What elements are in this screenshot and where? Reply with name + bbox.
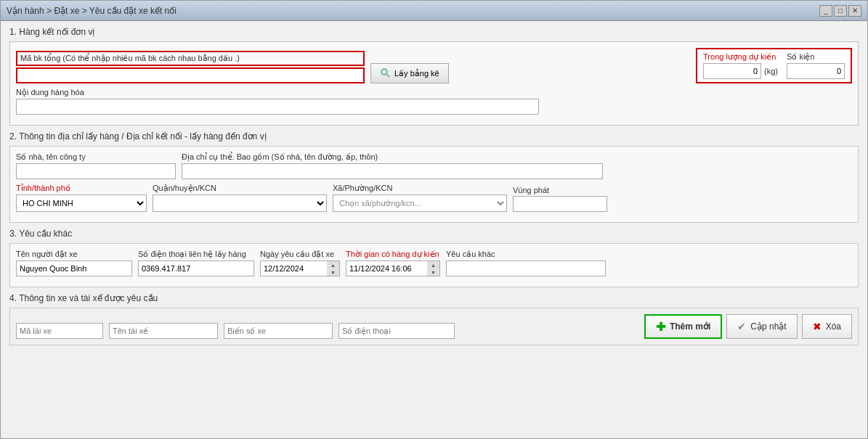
svg-line-1 (387, 75, 390, 78)
section2-title: 2. Thông tin địa chỉ lấy hàng / Địa chỉ … (9, 131, 859, 141)
ten-input[interactable] (16, 260, 132, 276)
sonha-diachi-row: Số nhà, tên công ty Địa chỉ cụ thể. Bao … (16, 152, 852, 179)
section-dia-chi: 2. Thông tin địa chỉ lấy hàng / Địa chỉ … (9, 131, 859, 223)
yeucaukhac-label: Yêu cầu khác (446, 250, 606, 259)
thoigian-input[interactable] (346, 260, 440, 276)
sdttaixe-input[interactable] (338, 323, 455, 339)
them-moi-button[interactable]: ✚ Thêm mới (644, 314, 722, 339)
window-controls: _ □ ✕ (819, 5, 861, 17)
mabk-row: Mã bk tổng (Có thể nhập nhiều mã bk cách… (16, 48, 852, 83)
sdt-label: Số điện thoại liên hệ lấy hàng (138, 250, 254, 259)
content-area: 1. Hàng kết nối đơn vị Mã bk tổng (Có th… (1, 21, 867, 438)
cap-nhat-label: Cập nhật (750, 321, 786, 332)
trong-luong-input[interactable] (703, 63, 761, 79)
so-kien-input[interactable] (787, 63, 845, 79)
sdt-input[interactable] (138, 260, 254, 276)
section1-box: Mã bk tổng (Có thể nhập nhiều mã bk cách… (9, 41, 859, 126)
xoa-button[interactable]: ✖ Xóa (802, 314, 852, 339)
sonha-input[interactable] (16, 163, 176, 179)
plus-icon: ✚ (656, 320, 665, 334)
section1-title: 1. Hàng kết nối đơn vị (9, 27, 859, 37)
sonha-group: Số nhà, tên công ty (16, 152, 176, 179)
ngay-label: Ngày yêu cầu đặt xe (260, 250, 340, 259)
mabk-group: Mã bk tổng (Có thể nhập nhiều mã bk cách… (16, 51, 365, 83)
quan-group: Quận/huyện/KCN (153, 184, 327, 212)
quan-select[interactable] (153, 194, 327, 212)
svg-point-0 (381, 69, 387, 75)
sdt-group: Số điện thoại liên hệ lấy hàng (138, 250, 254, 276)
thoigian-up-arrow[interactable]: ▲ (427, 261, 439, 268)
vung-group: Vùng phát (513, 186, 607, 212)
sonha-label: Số nhà, tên công ty (16, 152, 176, 162)
vung-label: Vùng phát (513, 186, 607, 194)
ten-label: Tên người đặt xe (16, 250, 132, 259)
thoigian-group: Thời gian có hàng dự kiến ▲ ▼ (346, 250, 440, 276)
noidung-row: Nội dung hàng hóa (16, 88, 852, 115)
xa-group: Xã/Phường/KCN Chọn xã/phường/kcn... (333, 184, 507, 212)
xa-label: Xã/Phường/KCN (333, 184, 507, 193)
section-hang-ket-noi: 1. Hàng kết nối đơn vị Mã bk tổng (Có th… (9, 27, 859, 126)
noidung-group: Nội dung hàng hóa (16, 88, 539, 115)
biensoxe-input[interactable] (224, 323, 333, 339)
malaixe-group (16, 323, 103, 339)
minimize-button[interactable]: _ (819, 5, 832, 17)
section-xe-tai-xe: 4. Thông tin xe và tài xế được yêu cầu (9, 293, 859, 345)
tinh-label: Tỉnh/thành phố (16, 184, 147, 193)
tentaixe-group (109, 323, 218, 339)
so-kien-label: Số kiện (787, 52, 845, 62)
lay-bang-ke-button[interactable]: Lấy bảng kê (370, 63, 449, 83)
noidung-label: Nội dung hàng hóa (16, 88, 539, 97)
mabk-input[interactable] (16, 67, 365, 83)
ngay-wrapper: ▲ ▼ (260, 260, 340, 276)
cap-nhat-button[interactable]: ✔ Cập nhật (726, 314, 797, 339)
ten-group: Tên người đặt xe (16, 250, 132, 276)
tinh-select[interactable]: HO CHI MINH (16, 194, 147, 212)
tinh-group: Tỉnh/thành phố HO CHI MINH (16, 184, 147, 212)
trong-luong-unit: (kg) (764, 67, 778, 75)
vung-input[interactable] (513, 196, 607, 212)
biensoxe-group (224, 323, 333, 339)
yeucaukhac-input[interactable] (446, 260, 606, 276)
close-button[interactable]: ✕ (848, 5, 861, 17)
section4-title: 4. Thông tin xe và tài xế được yêu cầu (9, 293, 859, 303)
thoigian-spinner[interactable]: ▲ ▼ (427, 260, 440, 276)
main-window: Vận hành > Đặt xe > Yêu cầu đặt xe kết n… (0, 0, 868, 439)
action-buttons: ✚ Thêm mới ✔ Cập nhật ✖ Xóa (644, 314, 852, 339)
section2-box: Số nhà, tên công ty Địa chỉ cụ thể. Bao … (9, 146, 859, 223)
tinh-quan-xa-row: Tỉnh/thành phố HO CHI MINH Quận/huyện/KC… (16, 184, 852, 212)
trong-luong-group: Trong lượng dự kiến (kg) (703, 52, 778, 79)
malaixe-input[interactable] (16, 323, 103, 339)
diachi-label: Địa chỉ cụ thể. Bao gồm (Số nhà, tên đườ… (182, 152, 603, 162)
thoigian-down-arrow[interactable]: ▼ (427, 268, 439, 276)
search-icon (380, 67, 392, 79)
yeucaukhac-group: Yêu cầu khác (446, 250, 606, 276)
noidung-input[interactable] (16, 99, 539, 115)
section3-row: Tên người đặt xe Số điện thoại liên hệ l… (16, 250, 852, 276)
ngay-down-arrow[interactable]: ▼ (327, 268, 339, 276)
weight-box: Trong lượng dự kiến (kg) Số kiện (696, 48, 852, 83)
ngay-up-arrow[interactable]: ▲ (327, 261, 339, 268)
tentaixe-input[interactable] (109, 323, 218, 339)
ngay-spinner[interactable]: ▲ ▼ (327, 260, 340, 276)
so-kien-group: Số kiện (787, 52, 845, 79)
xoa-label: Xóa (826, 321, 841, 332)
title-text: Vận hành > Đặt xe > Yêu cầu đặt xe kết n… (7, 6, 177, 16)
quan-label: Quận/huyện/KCN (153, 184, 327, 193)
trong-luong-label: Trong lượng dự kiến (703, 52, 778, 62)
lay-bang-ke-label: Lấy bảng kê (394, 69, 439, 78)
title-bar: Vận hành > Đặt xe > Yêu cầu đặt xe kết n… (1, 1, 867, 21)
mabk-label: Mã bk tổng (Có thể nhập nhiều mã bk cách… (16, 51, 365, 66)
section-yeu-cau-khac: 3. Yêu cầu khác Tên người đặt xe Số điện… (9, 229, 859, 287)
sdttaixe-group (338, 323, 455, 339)
diachi-input[interactable] (182, 163, 603, 179)
section3-box: Tên người đặt xe Số điện thoại liên hệ l… (9, 243, 859, 287)
ngay-group: Ngày yêu cầu đặt xe ▲ ▼ (260, 250, 340, 276)
maximize-button[interactable]: □ (834, 5, 847, 17)
check-icon: ✔ (737, 321, 746, 332)
section4-box: ✚ Thêm mới ✔ Cập nhật ✖ Xóa (9, 308, 859, 345)
diachi-group: Địa chỉ cụ thể. Bao gồm (Số nhà, tên đườ… (182, 152, 603, 179)
thoigian-wrapper: ▲ ▼ (346, 260, 440, 276)
thoigian-label: Thời gian có hàng dự kiến (346, 250, 440, 259)
x-icon: ✖ (813, 321, 822, 332)
xa-select[interactable]: Chọn xã/phường/kcn... (333, 194, 507, 212)
